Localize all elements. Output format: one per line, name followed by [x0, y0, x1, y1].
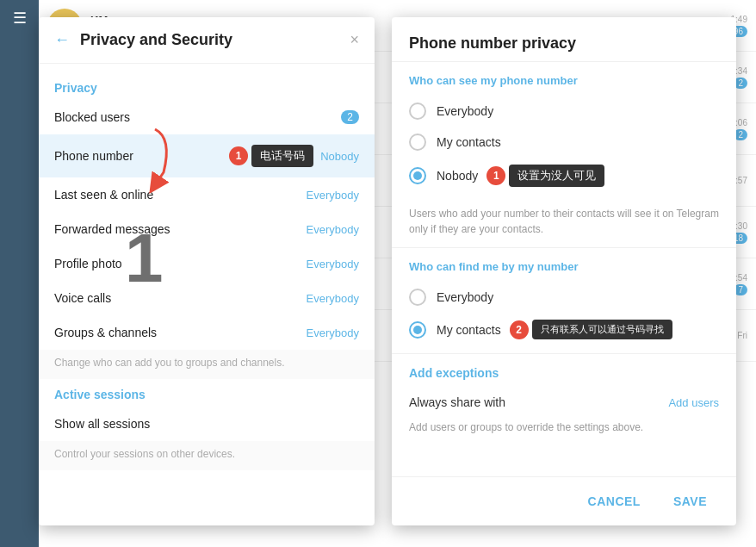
forwarded-value: Everybody — [307, 223, 359, 236]
who-can-find-title: Who can find me by my number — [409, 260, 719, 273]
sidebar-item-last-seen[interactable]: Last seen & online Everybody — [39, 177, 375, 212]
add-exceptions-title: Add exceptions — [392, 354, 736, 387]
info-text: Users who add your number to their conta… — [392, 201, 736, 248]
hamburger-icon: ☰ — [13, 9, 27, 28]
phone-number-label: Phone number — [54, 149, 224, 163]
radio-nobody-see-circle — [409, 167, 426, 184]
page-title: Privacy and Security — [80, 31, 350, 49]
sidebar-item-forwarded[interactable]: Forwarded messages Everybody — [39, 212, 375, 246]
cancel-button[interactable]: CANCEL — [576, 488, 653, 515]
radio-my-contacts-find-label: My contacts — [437, 323, 501, 337]
radio-everybody-find[interactable]: Everybody — [409, 282, 719, 313]
exception-desc: Add users or groups to override the sett… — [392, 418, 736, 445]
radio-everybody-see[interactable]: Everybody — [409, 96, 719, 127]
sidebar-item-voice-calls[interactable]: Voice calls Everybody — [39, 281, 375, 315]
save-button[interactable]: SAVE — [661, 488, 719, 515]
radio-my-contacts-see-circle — [409, 134, 426, 151]
voice-calls-label: Voice calls — [54, 291, 307, 305]
sidebar-item-phone-number[interactable]: Phone number 1 电话号码 Nobody — [39, 134, 375, 177]
show-sessions-label: Show all sessions — [54, 417, 359, 431]
right-annotation-2-number: 2 — [510, 320, 529, 339]
radio-nobody-see-label: Nobody — [437, 169, 478, 183]
radio-my-contacts-see[interactable]: My contacts — [409, 127, 719, 158]
panel-body: Privacy Blocked users 2 Phone number 1 电… — [39, 64, 375, 525]
annotation-1-number: 1 — [229, 146, 248, 165]
channels-desc: Change who can add you to groups and cha… — [39, 350, 375, 379]
radio-my-contacts-find[interactable]: My contacts 2 只有联系人可以通过号码寻找 — [409, 313, 719, 346]
right-annotation-1-bubble: 设置为没人可见 — [509, 165, 604, 187]
phone-number-privacy-panel: Phone number privacy Who can see my phon… — [392, 17, 736, 525]
sidebar-item-profile-photo[interactable]: Profile photo Everybody — [39, 246, 375, 281]
always-share-label: Always share with — [409, 395, 505, 409]
who-can-see-title: Who can see my phone number — [409, 74, 719, 87]
right-annotation-1-number: 1 — [486, 166, 505, 185]
who-can-see-section: Who can see my phone number Everybody My… — [392, 62, 736, 201]
radio-everybody-see-circle — [409, 103, 426, 120]
add-users-link[interactable]: Add users — [668, 396, 719, 409]
active-sessions-label: Active sessions — [39, 379, 375, 407]
sidebar-item-groups-channels[interactable]: Groups & channels Everybody — [39, 315, 375, 350]
privacy-section-label: Privacy — [39, 72, 375, 100]
right-annotation-2-bubble: 只有联系人可以通过号码寻找 — [532, 320, 672, 339]
dialog-header: Phone number privacy — [392, 17, 736, 62]
profile-photo-value: Everybody — [307, 258, 359, 270]
radio-everybody-find-circle — [409, 289, 426, 306]
blocked-users-badge: 2 — [341, 110, 359, 124]
dialog-footer: CANCEL SAVE — [392, 476, 736, 525]
profile-photo-label: Profile photo — [54, 257, 307, 270]
bg-sidebar: ☰ — [0, 0, 39, 547]
radio-my-contacts-see-label: My contacts — [437, 135, 501, 149]
radio-nobody-see[interactable]: Nobody 1 设置为没人可见 — [409, 158, 719, 194]
chat-meta: Fri — [737, 331, 747, 340]
chat-time: Fri — [737, 331, 747, 340]
who-can-find-section: Who can find me by my number Everybody M… — [392, 248, 736, 353]
radio-everybody-see-label: Everybody — [437, 104, 493, 118]
back-button[interactable]: ← — [54, 31, 70, 49]
radio-everybody-find-label: Everybody — [437, 290, 493, 304]
last-seen-label: Last seen & online — [54, 188, 307, 202]
dialog-body: Who can see my phone number Everybody My… — [392, 62, 736, 476]
sessions-desc: Control your sessions on other devices. — [39, 441, 375, 470]
groups-channels-value: Everybody — [307, 326, 359, 339]
sidebar-item-show-sessions[interactable]: Show all sessions — [39, 407, 375, 441]
exception-row: Always share with Add users — [392, 387, 736, 418]
panel-header: ← Privacy and Security × — [39, 17, 375, 64]
phone-number-value: Nobody — [320, 150, 359, 163]
sidebar-item-blocked-users[interactable]: Blocked users 2 — [39, 100, 375, 134]
privacy-security-panel: ← Privacy and Security × Privacy Blocked… — [39, 17, 375, 525]
close-button[interactable]: × — [350, 31, 359, 49]
radio-my-contacts-find-circle — [409, 321, 426, 339]
groups-channels-label: Groups & channels — [54, 326, 307, 339]
last-seen-value: Everybody — [307, 189, 359, 202]
blocked-users-label: Blocked users — [54, 110, 341, 124]
voice-calls-value: Everybody — [307, 292, 359, 305]
dialog-title: Phone number privacy — [409, 34, 719, 53]
forwarded-label: Forwarded messages — [54, 222, 307, 236]
annotation-1-bubble: 电话号码 — [251, 145, 313, 167]
